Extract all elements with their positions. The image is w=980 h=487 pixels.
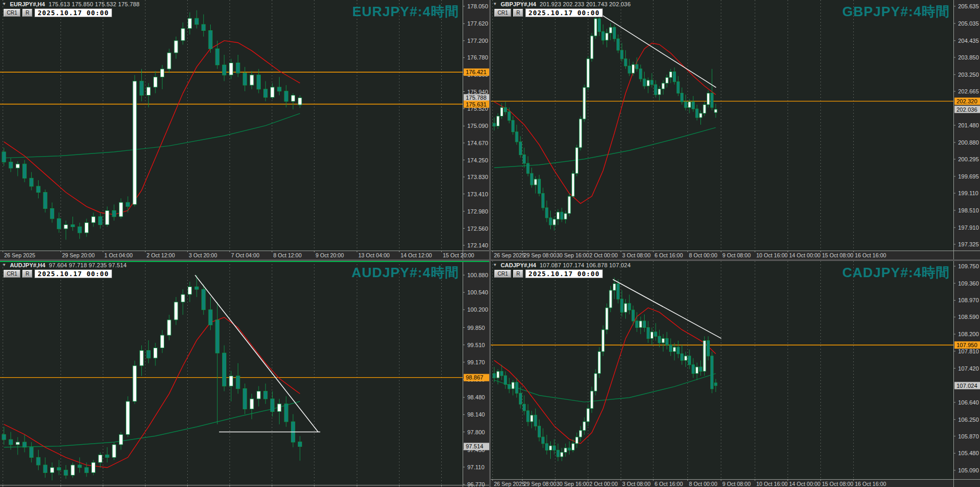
svg-text:177.200: 177.200	[467, 38, 488, 44]
ohlc-values: 107.087 107.174 106.878 107.024	[540, 262, 631, 268]
svg-text:205.035: 205.035	[958, 20, 979, 27]
r-button[interactable]: R	[513, 270, 523, 278]
svg-text:203.250: 203.250	[958, 72, 979, 78]
svg-text:9 Oct 08:00: 9 Oct 08:00	[722, 481, 751, 487]
svg-text:29 Sep 08:00: 29 Sep 08:00	[524, 252, 556, 258]
svg-text:204.435: 204.435	[958, 38, 979, 44]
svg-text:1 Oct 04:00: 1 Oct 04:00	[104, 252, 132, 258]
svg-text:3 Oct 20:00: 3 Oct 20:00	[189, 252, 217, 258]
svg-text:177.620: 177.620	[467, 20, 488, 27]
svg-text:175.940: 175.940	[467, 89, 488, 95]
svg-text:172.980: 172.980	[467, 208, 488, 215]
svg-text:16 Oct 16:00: 16 Oct 16:00	[855, 481, 886, 487]
eurjpy-candlestick-chart[interactable]: 178.050177.620177.200176.780176.360175.9…	[0, 0, 489, 259]
svg-text:29 Sep 20:00: 29 Sep 20:00	[62, 252, 95, 258]
ohlc-values: 175.613 175.850 175.532 175.788	[49, 1, 139, 7]
svg-text:175.788: 175.788	[466, 94, 487, 101]
chart-panel-audjpy[interactable]: 100.880100.540100.20099.85099.51099.1709…	[0, 261, 489, 487]
svg-text:107.950: 107.950	[957, 342, 977, 348]
symbol-label: GBPJPY#,H4	[501, 1, 536, 7]
svg-text:105.090: 105.090	[958, 467, 979, 473]
svg-text:173.830: 173.830	[467, 174, 488, 180]
svg-text:97.800: 97.800	[467, 429, 485, 435]
svg-text:108.200: 108.200	[958, 331, 979, 337]
date-input[interactable]: 2025.10.17 00:00	[525, 269, 602, 278]
gbpjpy-indicator-toolbar: CR1 R 2025.10.17 00:00	[494, 8, 603, 17]
svg-text:14 Oct 00:00: 14 Oct 00:00	[789, 481, 820, 487]
svg-text:8 Oct 00:00: 8 Oct 00:00	[689, 481, 717, 487]
svg-text:203.850: 203.850	[958, 54, 979, 61]
audjpy-watermark: AUDJPY#:4時間	[352, 264, 459, 282]
svg-text:30 Sep 16:00: 30 Sep 16:00	[556, 481, 589, 487]
svg-text:200.880: 200.880	[958, 139, 979, 146]
svg-text:197.910: 197.910	[958, 224, 979, 231]
chart-menu-icon[interactable]: ▼	[493, 262, 497, 269]
svg-text:198.510: 198.510	[958, 207, 979, 213]
svg-text:26 Sep 2025: 26 Sep 2025	[494, 481, 525, 487]
r-button[interactable]: R	[22, 270, 32, 278]
date-input[interactable]: 2025.10.17 00:00	[525, 8, 602, 17]
gbpjpy-title-bar: ▼ GBPJPY#,H4 201.923 202.233 201.743 202…	[493, 1, 631, 8]
chart-panel-gbpjpy[interactable]: 205.635205.035204.435203.850203.250202.6…	[491, 0, 980, 259]
chart-menu-icon[interactable]: ▼	[2, 1, 6, 8]
date-input[interactable]: 2025.10.17 00:00	[34, 269, 112, 278]
svg-text:108.970: 108.970	[958, 297, 979, 303]
svg-text:99.170: 99.170	[467, 359, 485, 365]
svg-text:109.360: 109.360	[958, 280, 979, 287]
chart-panel-eurjpy[interactable]: 178.050177.620177.200176.780176.360175.9…	[0, 0, 489, 259]
svg-text:202.036: 202.036	[957, 106, 977, 113]
svg-text:97.110: 97.110	[467, 464, 485, 470]
svg-text:202.320: 202.320	[957, 98, 977, 104]
svg-text:97.514: 97.514	[466, 443, 483, 449]
svg-text:105.870: 105.870	[958, 433, 979, 440]
symbol-label: CADJPY#,H4	[501, 262, 536, 268]
svg-text:6 Oct 16:00: 6 Oct 16:00	[655, 481, 683, 487]
r-button[interactable]: R	[513, 9, 523, 17]
svg-text:178.050: 178.050	[467, 3, 488, 9]
svg-text:15 Oct 20:00: 15 Oct 20:00	[443, 252, 474, 258]
cr1-button[interactable]: CR1	[494, 270, 511, 278]
svg-text:3 Oct 08:00: 3 Oct 08:00	[622, 481, 650, 487]
svg-text:3 Oct 08:00: 3 Oct 08:00	[622, 252, 650, 258]
audjpy-indicator-toolbar: CR1 R 2025.10.17 00:00	[4, 269, 112, 278]
chart-menu-icon[interactable]: ▼	[493, 1, 497, 8]
svg-text:176.421: 176.421	[466, 69, 487, 75]
cr1-button[interactable]: CR1	[4, 9, 20, 17]
svg-text:2 Oct 00:00: 2 Oct 00:00	[589, 481, 618, 487]
svg-text:105.480: 105.480	[958, 450, 979, 456]
chart-panel-cadjpy[interactable]: 109.750109.360108.970108.590108.200107.8…	[491, 261, 980, 487]
cadjpy-candlestick-chart[interactable]: 109.750109.360108.970108.590108.200107.8…	[491, 261, 980, 487]
cr1-button[interactable]: CR1	[494, 9, 511, 17]
svg-text:199.110: 199.110	[958, 190, 978, 196]
svg-text:10 Oct 16:00: 10 Oct 16:00	[756, 252, 788, 258]
symbol-label: EURJPY#,H4	[10, 1, 45, 7]
svg-text:98.480: 98.480	[467, 394, 485, 400]
svg-text:201.480: 201.480	[958, 122, 979, 128]
cadjpy-title-bar: ▼ CADJPY#,H4 107.087 107.174 106.878 107…	[493, 262, 631, 269]
svg-text:107.420: 107.420	[958, 365, 979, 372]
svg-text:16 Oct 16:00: 16 Oct 16:00	[855, 252, 886, 258]
chart-menu-icon[interactable]: ▼	[2, 262, 6, 269]
date-input[interactable]: 2025.10.17 00:00	[34, 8, 112, 17]
svg-text:106.250: 106.250	[958, 417, 979, 423]
gbpjpy-candlestick-chart[interactable]: 205.635205.035204.435203.850203.250202.6…	[491, 0, 980, 259]
svg-text:174.670: 174.670	[467, 140, 488, 146]
audjpy-candlestick-chart[interactable]: 100.880100.540100.20099.85099.51099.1709…	[0, 261, 489, 487]
svg-text:99.850: 99.850	[467, 325, 485, 331]
svg-text:109.750: 109.750	[958, 263, 979, 269]
eurjpy-title-bar: ▼ EURJPY#,H4 175.613 175.850 175.532 175…	[2, 1, 140, 8]
audjpy-title-bar: ▼ AUDJPY#,H4 97.604 97.718 97.235 97.514	[2, 262, 127, 269]
r-button[interactable]: R	[22, 9, 32, 17]
svg-text:99.510: 99.510	[467, 342, 485, 348]
svg-text:15 Oct 08:00: 15 Oct 08:00	[822, 481, 853, 487]
cr1-button[interactable]: CR1	[4, 270, 20, 278]
svg-text:197.325: 197.325	[958, 241, 979, 247]
svg-text:108.590: 108.590	[958, 314, 979, 320]
svg-text:175.631: 175.631	[466, 101, 487, 108]
svg-text:2 Oct 12:00: 2 Oct 12:00	[147, 252, 175, 258]
svg-text:107.810: 107.810	[958, 348, 979, 354]
svg-text:174.250: 174.250	[467, 157, 488, 163]
svg-text:100.880: 100.880	[467, 272, 488, 278]
svg-text:98.140: 98.140	[467, 411, 485, 418]
svg-text:26 Sep 2025: 26 Sep 2025	[4, 252, 35, 258]
